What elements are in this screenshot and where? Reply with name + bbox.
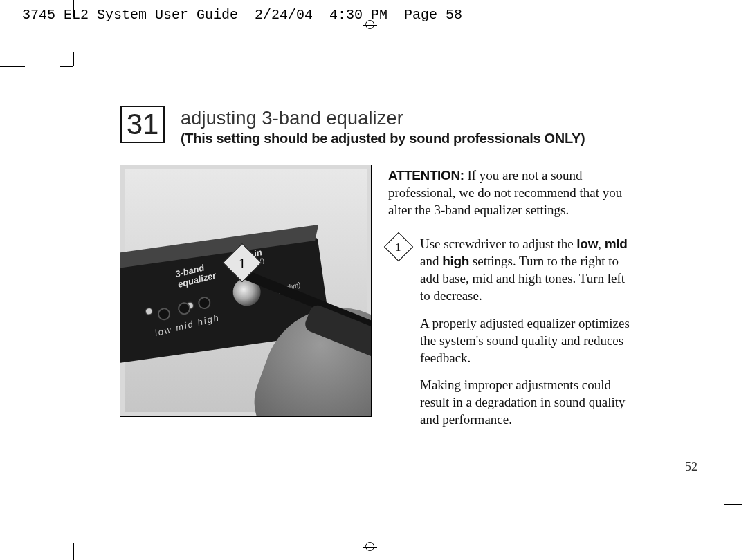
- step-text: Use screwdriver to adjust the low, mid a…: [420, 235, 635, 304]
- instruction-photo: 3-bandequalizer aux in (CD, TV) low mid …: [120, 165, 372, 417]
- crop-mark: [60, 66, 73, 67]
- page-content: 31 adjusting 3-band equalizer (This sett…: [73, 66, 724, 505]
- step-1: 1 Use screwdriver to adjust the low, mid…: [388, 235, 635, 304]
- step-marker-icon: 1: [384, 232, 413, 261]
- crop-mark: [73, 52, 74, 66]
- crop-mark: [724, 504, 742, 505]
- crop-mark: [73, 0, 74, 17]
- callout-number: 1: [228, 250, 256, 277]
- section-number: 31: [127, 108, 159, 141]
- crop-mark: [724, 543, 724, 560]
- print-header-slug: 3745 EL2 System User Guide 2/24/04 4:30 …: [22, 7, 462, 23]
- body-paragraph: Making improper adjustments could result…: [388, 376, 635, 428]
- body-paragraph: A properly adjusted equalizer optimizes …: [388, 315, 635, 366]
- attention-label: ATTENTION:: [388, 168, 464, 183]
- crop-mark: [724, 491, 724, 505]
- section-number-box: 31: [120, 106, 165, 143]
- section-heading: adjusting 3-band equalizer (This setting…: [181, 108, 686, 147]
- step-number: 1: [388, 237, 408, 258]
- section-subtitle: (This setting should be adjusted by soun…: [181, 131, 686, 147]
- page-number: 52: [685, 460, 697, 474]
- crop-mark: [73, 543, 74, 560]
- attention-paragraph: ATTENTION: If you are not a sound profes…: [388, 167, 635, 218]
- section-title: adjusting 3-band equalizer: [181, 108, 686, 129]
- instruction-text-column: ATTENTION: If you are not a sound profes…: [388, 167, 635, 428]
- crop-mark: [0, 66, 25, 67]
